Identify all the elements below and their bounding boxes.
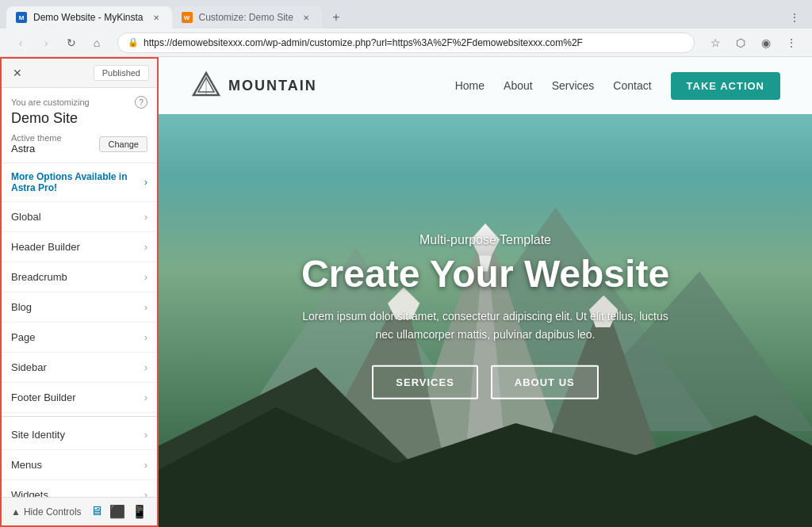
nav-bar: ‹ › ↻ ⌂ 🔒 https://demowebsitexxx.com/wp-… (0, 29, 812, 57)
menu-label-widgets: Widgets (11, 489, 48, 497)
close-button[interactable]: ✕ (10, 65, 25, 81)
menu-label-breadcrumb: Breadcrumb (11, 271, 67, 283)
tab-1-close[interactable]: ✕ (150, 11, 163, 24)
tablet-icon[interactable]: ⬛ (109, 504, 125, 519)
menu-label-header-builder: Header Builder (11, 241, 80, 253)
preview-bg: MOUNTAIN Home About Services Contact TAK… (159, 57, 812, 527)
about-us-button[interactable]: ABOUT US (491, 365, 599, 399)
chevron-icon-menus: › (144, 460, 147, 471)
menu-item-blog[interactable]: Blog › (2, 292, 157, 323)
menu-item-header-builder[interactable]: Header Builder › (2, 232, 157, 262)
menu-label-footer-builder: Footer Builder (11, 391, 76, 403)
astra-pro-item[interactable]: More Options Available in Astra Pro! › (2, 163, 157, 202)
customizer-header: ✕ Published (2, 59, 157, 88)
hide-controls-button[interactable]: ▲ Hide Controls (11, 506, 82, 517)
menu-item-global[interactable]: Global › (2, 202, 157, 232)
profile-icon[interactable]: ◉ (755, 32, 777, 54)
menu-item-page[interactable]: Page › (2, 323, 157, 353)
chevron-icon-header-builder: › (144, 242, 147, 253)
chevron-icon-site-identity: › (144, 430, 147, 441)
back-button[interactable]: ‹ (10, 32, 32, 54)
new-tab-button[interactable]: + (325, 6, 347, 29)
logo-text: MOUNTAIN (228, 78, 317, 94)
menu-item-footer-builder[interactable]: Footer Builder › (2, 383, 157, 413)
tab-1-favicon: M (16, 12, 27, 23)
menu-item-sidebar[interactable]: Sidebar › (2, 353, 157, 383)
extensions-icon[interactable]: ⋮ (780, 32, 802, 54)
menu-divider (2, 416, 157, 417)
customizer-menu: More Options Available in Astra Pro! › G… (2, 163, 157, 497)
preview-logo: MOUNTAIN (190, 70, 317, 101)
customizing-label: You are customizing ? (11, 96, 147, 109)
chevron-icon-page: › (144, 332, 147, 343)
change-theme-button[interactable]: Change (99, 136, 147, 152)
home-button[interactable]: ⌂ (86, 32, 108, 54)
screenshot-icon[interactable]: ⬡ (730, 32, 752, 54)
chevron-icon-footer-builder: › (144, 392, 147, 403)
bookmark-icon[interactable]: ☆ (704, 32, 726, 54)
tab-2[interactable]: W Customize: Demo Site ✕ (172, 6, 322, 29)
forward-button[interactable]: › (35, 32, 57, 54)
customizer-info: You are customizing ? Demo Site Active t… (2, 88, 157, 163)
preview-nav: MOUNTAIN Home About Services Contact TAK… (159, 57, 812, 114)
main-area: ✕ Published You are customizing ? Demo S… (0, 57, 812, 527)
menu-label-page: Page (11, 331, 35, 343)
services-button[interactable]: SERVICES (372, 365, 478, 399)
address-bar[interactable]: 🔒 https://demowebsitexxx.com/wp-admin/cu… (117, 32, 695, 53)
customizer-footer: ▲ Hide Controls 🖥 ⬛ 📱 (2, 497, 157, 525)
website-preview: MOUNTAIN Home About Services Contact TAK… (159, 57, 812, 527)
preview-nav-links: Home About Services Contact TAKE ACTION (455, 72, 780, 100)
menu-label-global: Global (11, 211, 41, 223)
menu-label-blog: Blog (11, 301, 32, 313)
nav-link-home[interactable]: Home (455, 79, 485, 92)
reload-button[interactable]: ↻ (60, 32, 82, 54)
tab-2-title: Customize: Demo Site (199, 12, 293, 23)
astra-pro-label: More Options Available in Astra Pro! (11, 171, 144, 193)
theme-name: Astra (11, 143, 62, 155)
astra-pro-chevron: › (144, 177, 147, 188)
chevron-icon-sidebar: › (144, 362, 147, 373)
chevron-icon-breadcrumb: › (144, 272, 147, 283)
menu-item-breadcrumb[interactable]: Breadcrumb › (2, 262, 157, 292)
logo-icon (190, 70, 222, 101)
tab-1-title: Demo Website - MyKinsta (33, 12, 144, 23)
help-icon[interactable]: ? (135, 96, 147, 109)
browser-menu-icon[interactable]: ⋮ (783, 6, 806, 29)
device-icons: 🖥 ⬛ 📱 (90, 504, 147, 519)
menu-label-menus: Menus (11, 459, 42, 471)
desktop-icon[interactable]: 🖥 (90, 504, 103, 519)
hero-content: Multi-purpose Template Create Your Websi… (247, 232, 723, 399)
menu-item-menus[interactable]: Menus › (2, 450, 157, 480)
tab-1[interactable]: M Demo Website - MyKinsta ✕ (6, 6, 172, 29)
site-name: Demo Site (11, 110, 147, 127)
hide-controls-label: Hide Controls (24, 506, 82, 517)
menu-item-widgets[interactable]: Widgets › (2, 480, 157, 497)
nav-icons: ☆ ⬡ ◉ ⋮ (704, 32, 802, 54)
customizer-panel: ✕ Published You are customizing ? Demo S… (0, 57, 159, 527)
hero-subtitle: Multi-purpose Template (247, 232, 723, 246)
nav-link-contact[interactable]: Contact (613, 79, 651, 92)
tab-bar: M Demo Website - MyKinsta ✕ W Customize:… (0, 0, 812, 29)
hero-title: Create Your Website (247, 253, 723, 295)
chevron-icon-global: › (144, 212, 147, 223)
menu-label-site-identity: Site Identity (11, 429, 65, 441)
cta-button[interactable]: TAKE ACTION (671, 72, 780, 100)
mobile-icon[interactable]: 📱 (132, 504, 147, 519)
tab-2-favicon: W (182, 12, 193, 23)
lock-icon: 🔒 (128, 37, 139, 48)
nav-link-about[interactable]: About (504, 79, 533, 92)
active-theme-label: Active theme (11, 133, 62, 143)
chevron-icon-widgets: › (144, 490, 147, 498)
chevron-icon-blog: › (144, 302, 147, 313)
published-badge: Published (94, 65, 149, 81)
hide-controls-icon: ▲ (11, 506, 21, 517)
nav-link-services[interactable]: Services (552, 79, 595, 92)
hero-description: Lorem ipsum dolor sit amet, consectetur … (295, 307, 676, 343)
address-text: https://demowebsitexxx.com/wp-admin/cust… (144, 37, 684, 48)
tab-2-close[interactable]: ✕ (300, 11, 312, 24)
menu-label-sidebar: Sidebar (11, 361, 47, 373)
browser-chrome: M Demo Website - MyKinsta ✕ W Customize:… (0, 0, 812, 57)
menu-item-site-identity[interactable]: Site Identity › (2, 420, 157, 450)
hero-buttons: SERVICES ABOUT US (247, 365, 723, 399)
theme-row: Active theme Astra Change (11, 133, 147, 155)
